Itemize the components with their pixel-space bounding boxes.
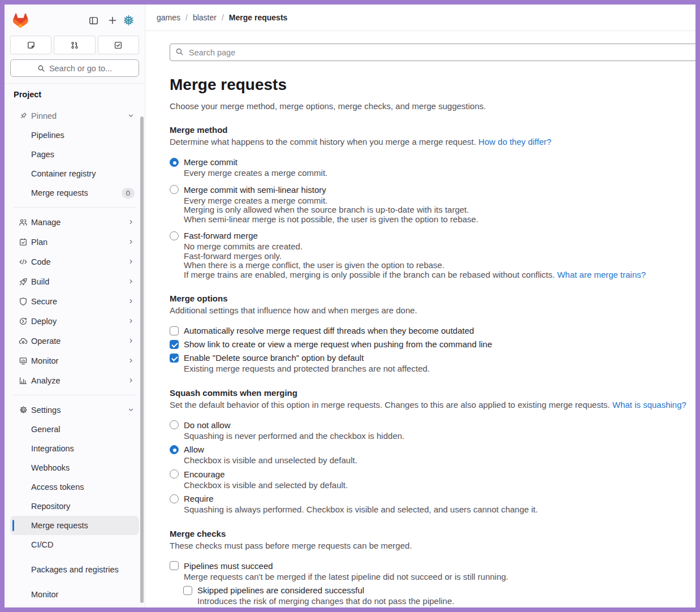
sidebar-item-integrations[interactable]: Integrations <box>10 439 139 458</box>
calendar-icon <box>19 238 28 247</box>
sidebar-item-merge-requests-pinned[interactable]: Merge requests 0 <box>10 183 139 202</box>
gitlab-logo-icon[interactable] <box>13 13 28 28</box>
what-is-squashing-link[interactable]: What is squashing? <box>612 400 686 410</box>
how-do-they-differ-link[interactable]: How do they differ? <box>478 137 551 146</box>
sidebar-item-label: Monitor <box>31 590 58 599</box>
checkbox-input[interactable] <box>170 561 179 570</box>
checkbox-label: Automatically resolve merge request diff… <box>184 326 474 335</box>
option-help: Existing merge requests and protected br… <box>184 364 695 374</box>
checkbox-pipelines-must-succeed[interactable]: Pipelines must succeed <box>170 561 695 571</box>
sidebar-item-manage[interactable]: Manage <box>10 212 139 232</box>
what-are-merge-trains-link[interactable]: What are merge trains? <box>557 270 646 279</box>
radio-option-encourage[interactable]: Encourage <box>170 469 695 479</box>
sidebar-item-access-tokens[interactable]: Access tokens <box>10 477 139 497</box>
sidebar-item-label: Secure <box>31 297 57 306</box>
sidebar-item-build[interactable]: Build <box>10 271 139 291</box>
sidebar-item-container-registry[interactable]: Container registry <box>10 164 139 183</box>
breadcrumb-item[interactable]: blaster <box>193 13 217 22</box>
sidebar-item-operate[interactable]: Operate <box>10 331 139 351</box>
radio-input[interactable] <box>170 420 179 429</box>
sidebar-item-label: Integrations <box>31 444 74 453</box>
checkbox-delete-source-branch[interactable]: Enable "Delete source branch" option by … <box>170 353 695 363</box>
main-panel: games / blaster / Merge requests Merge r… <box>145 5 695 607</box>
sidebar-item-packages-registries[interactable]: Packages and registries <box>10 554 139 585</box>
page-search <box>170 44 695 61</box>
merge-method-heading: Merge method <box>170 125 695 135</box>
search-or-go-to[interactable]: Search or go to... <box>10 59 139 77</box>
sidebar-item-cicd[interactable]: CI/CD <box>10 535 139 554</box>
option-help: Introduces the risk of merging changes t… <box>197 597 695 606</box>
sidebar-item-label: Analyze <box>31 376 61 385</box>
rocket-icon <box>19 277 28 286</box>
sidebar-item-deploy[interactable]: Deploy <box>10 311 139 331</box>
radio-input[interactable] <box>170 494 179 503</box>
sidebar-item-analyze[interactable]: Analyze <box>10 370 139 390</box>
sidebar-item-pinned[interactable]: Pinned <box>10 106 139 126</box>
issues-shortcut-button[interactable] <box>10 36 51 54</box>
radio-option-require[interactable]: Require <box>170 494 695 503</box>
radio-input[interactable] <box>170 231 179 240</box>
radio-option-allow[interactable]: Allow <box>170 445 695 454</box>
sidebar-item-label: Manage <box>31 218 61 227</box>
radio-label: Allow <box>184 445 204 454</box>
radio-input[interactable] <box>170 469 179 479</box>
chevron-right-icon <box>127 218 135 226</box>
sidebar-item-secure[interactable]: Secure <box>10 291 139 311</box>
sidebar-item-label: Repository <box>31 502 70 511</box>
chevron-right-icon <box>127 258 135 265</box>
radio-option-merge-commit[interactable]: Merge commit <box>170 157 695 167</box>
merge-options-heading: Merge options <box>170 294 695 303</box>
radio-option-do-not-allow[interactable]: Do not allow <box>170 420 695 430</box>
sidebar-item-settings[interactable]: Settings <box>10 400 139 420</box>
sidebar-item-plan[interactable]: Plan <box>10 232 139 252</box>
sidebar-item-general[interactable]: General <box>10 420 139 439</box>
breadcrumb-separator: / <box>185 13 188 22</box>
sidebar-item-webhooks[interactable]: Webhooks <box>10 458 139 477</box>
page-search-input[interactable] <box>170 44 695 61</box>
radio-input[interactable] <box>170 445 179 454</box>
sidebar-toggle-icon[interactable] <box>85 12 102 29</box>
checkbox-input[interactable] <box>170 354 179 363</box>
checkbox-show-mr-link[interactable]: Show link to create or view a merge requ… <box>170 339 695 349</box>
breadcrumb-separator: / <box>222 13 224 22</box>
sidebar-item-label: Container registry <box>31 169 96 178</box>
merge-method-description: Determine what happens to the commit his… <box>170 137 695 146</box>
radio-option-fast-forward[interactable]: Fast-forward merge <box>170 231 695 240</box>
sidebar-item-label: Pinned <box>31 111 57 120</box>
todo-list-shortcut-button[interactable] <box>98 36 139 54</box>
search-placeholder-text: Search or go to... <box>49 64 112 73</box>
breadcrumb-item[interactable]: games <box>157 13 180 22</box>
sidebar-item-pipelines[interactable]: Pipelines <box>10 126 139 145</box>
radio-input[interactable] <box>170 185 179 194</box>
app-window: ❅ <box>0 0 700 612</box>
sidebar-item-usage-quotas[interactable]: Usage Quotas <box>10 604 139 607</box>
chart-icon <box>19 376 28 385</box>
sidebar-item-label: Packages and registries <box>31 564 119 576</box>
sidebar-scrollbar[interactable] <box>140 117 144 603</box>
user-avatar[interactable]: ❅ <box>121 13 136 28</box>
breadcrumb: games / blaster / Merge requests <box>145 5 695 31</box>
checkbox-skipped-pipelines-successful[interactable]: Skipped pipelines are considered success… <box>183 585 695 595</box>
page-title: Merge requests <box>170 75 695 94</box>
sidebar-item-pages[interactable]: Pages <box>10 145 139 164</box>
checkbox-input[interactable] <box>183 586 192 595</box>
checkbox-auto-resolve-threads[interactable]: Automatically resolve merge request diff… <box>170 326 695 335</box>
radio-label: Do not allow <box>184 420 231 430</box>
sidebar-item-label: Pages <box>31 150 54 159</box>
radio-option-semi-linear[interactable]: Merge commit with semi-linear history <box>170 185 695 195</box>
merge-requests-shortcut-button[interactable] <box>54 36 95 54</box>
sidebar-item-merge-requests-settings[interactable]: Merge requests <box>10 516 139 535</box>
chevron-right-icon <box>127 357 135 364</box>
checkbox-input[interactable] <box>170 340 179 349</box>
sidebar-item-repository[interactable]: Repository <box>10 497 139 516</box>
checkbox-input[interactable] <box>170 326 179 335</box>
radio-input[interactable] <box>170 158 179 167</box>
sidebar-item-label: Merge requests <box>31 521 88 530</box>
sidebar-item-code[interactable]: Code <box>10 252 139 271</box>
search-icon <box>37 64 45 72</box>
sidebar-item-monitor[interactable]: Monitor <box>10 351 139 370</box>
sidebar-item-settings-monitor[interactable]: Monitor <box>10 585 139 604</box>
chevron-right-icon <box>127 278 135 285</box>
create-new-plus-icon[interactable] <box>104 12 121 29</box>
option-help: Checkbox is visible and selected by defa… <box>184 481 695 490</box>
